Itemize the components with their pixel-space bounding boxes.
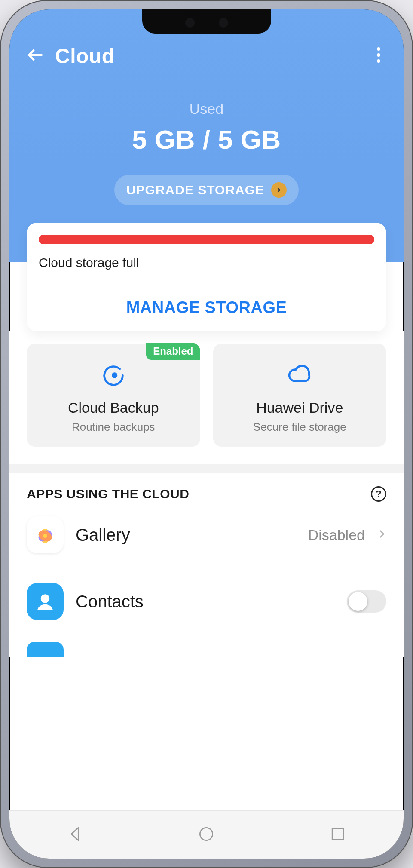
svg-point-0 [377, 47, 380, 51]
enabled-badge: Enabled [146, 343, 200, 360]
cloud-icon [286, 362, 313, 389]
phone-frame: Cloud Used 5 GB / 5 G [0, 0, 413, 868]
upgrade-storage-label: UPGRADE STORAGE [126, 183, 264, 197]
question-icon: ? [376, 488, 381, 500]
triangle-back-icon [66, 825, 85, 845]
tile-huawei-drive-subtitle: Secure file storage [222, 420, 378, 434]
upgrade-storage-button[interactable]: UPGRADE STORAGE [114, 175, 299, 205]
apps-section: APPS USING THE CLOUD ? [9, 473, 404, 657]
toggle-contacts[interactable] [347, 590, 386, 613]
nav-home-button[interactable] [194, 823, 218, 847]
tile-cloud-backup[interactable]: Enabled Cloud Backup Routine backups [27, 344, 200, 447]
storage-status-text: Cloud storage full [39, 255, 374, 270]
apps-section-header: APPS USING THE CLOUD ? [27, 486, 386, 502]
square-recents-icon [328, 825, 347, 845]
tile-huawei-drive[interactable]: Huawei Drive Secure file storage [213, 344, 387, 447]
topbar: Cloud [9, 34, 404, 70]
svg-point-12 [200, 828, 213, 840]
more-vert-icon [377, 46, 380, 65]
help-button[interactable]: ? [371, 486, 386, 502]
svg-point-11 [41, 594, 49, 603]
app-name: Contacts [76, 592, 144, 611]
storage-summary: Used 5 GB / 5 GB UPGRADE STORAGE [9, 70, 404, 223]
gallery-icon [27, 516, 64, 553]
feature-tiles: Enabled Cloud Backup Routine backups [9, 331, 404, 464]
toggle-knob [349, 592, 367, 611]
app-row-partial [27, 635, 386, 657]
chevron-right-icon [271, 182, 287, 198]
app-status-text: Disabled [308, 527, 365, 543]
tile-huawei-drive-title: Huawei Drive [222, 399, 378, 416]
contacts-icon [27, 583, 64, 620]
cloud-backup-icon [100, 362, 127, 389]
arrow-left-icon [26, 46, 45, 66]
section-divider [9, 464, 404, 473]
back-button[interactable] [21, 42, 49, 70]
apps-section-title: APPS USING THE CLOUD [27, 487, 189, 501]
svg-rect-13 [332, 828, 343, 840]
content: Cloud Used 5 GB / 5 G [9, 9, 404, 859]
system-nav-bar [9, 810, 404, 859]
app-row-contacts[interactable]: Contacts [27, 568, 386, 635]
nav-back-button[interactable] [63, 823, 87, 847]
used-label: Used [18, 101, 395, 117]
page-title: Cloud [55, 44, 114, 68]
svg-point-1 [377, 53, 380, 57]
tile-cloud-backup-subtitle: Routine backups [35, 420, 192, 434]
storage-quota-text: 5 GB / 5 GB [18, 124, 395, 155]
notch [142, 9, 271, 34]
overflow-menu-button[interactable] [367, 44, 391, 68]
tile-cloud-backup-title: Cloud Backup [35, 399, 192, 416]
app-icon-partial [27, 642, 64, 657]
svg-point-10 [43, 534, 47, 538]
nav-recents-button[interactable] [326, 823, 350, 847]
chevron-right-icon [377, 527, 386, 543]
svg-point-2 [377, 59, 380, 63]
storage-bar-fill [39, 235, 374, 244]
storage-bar [39, 235, 374, 244]
storage-card: Cloud storage full MANAGE STORAGE [27, 223, 386, 331]
topbar-left: Cloud [21, 42, 114, 70]
circle-home-icon [197, 825, 216, 845]
svg-point-3 [112, 372, 117, 378]
app-name: Gallery [76, 525, 130, 545]
manage-storage-button[interactable]: MANAGE STORAGE [126, 298, 287, 316]
screen: Cloud Used 5 GB / 5 G [9, 9, 404, 859]
storage-card-wrap: Cloud storage full MANAGE STORAGE [9, 223, 404, 331]
app-row-gallery[interactable]: Gallery Disabled [27, 502, 386, 568]
